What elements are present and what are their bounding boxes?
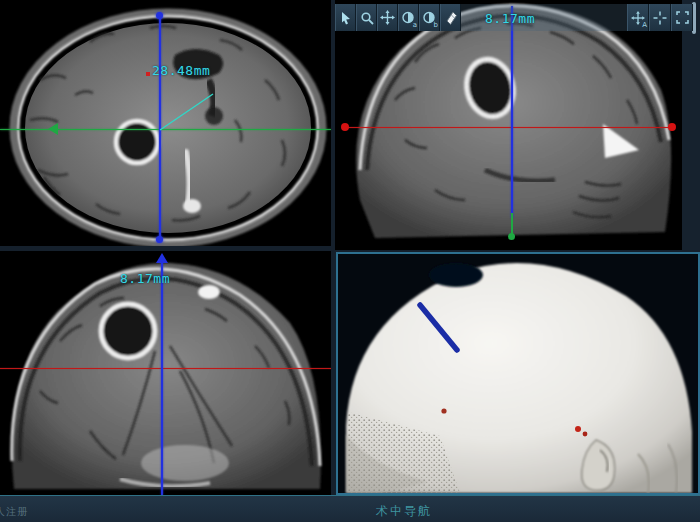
right-edge-panel xyxy=(682,0,700,250)
status-title: 术中导航 xyxy=(376,503,432,520)
eraser-icon xyxy=(442,9,459,26)
toolbar-left-group: a b xyxy=(335,4,461,31)
navigation-app: 28.48mm xyxy=(0,0,700,522)
auto-pan-button[interactable]: A xyxy=(627,4,649,31)
contrast-a-button[interactable]: a xyxy=(398,4,419,31)
axial-view[interactable]: 28.48mm xyxy=(0,0,331,246)
cursor-icon xyxy=(339,11,353,25)
fullscreen-button[interactable] xyxy=(671,4,693,31)
sagittal-view[interactable]: 8.17mm xyxy=(335,0,682,250)
fiducial-marker xyxy=(575,426,581,432)
contrast-a-label: a xyxy=(413,22,417,29)
fiducial-marker xyxy=(441,408,446,413)
axial-measure-endpoint[interactable] xyxy=(146,72,150,76)
eraser-tool-button[interactable] xyxy=(440,4,461,31)
render-3d-view[interactable] xyxy=(336,252,700,495)
zoom-tool-button[interactable] xyxy=(356,4,377,31)
toolbar-right-group: A xyxy=(627,4,693,31)
coronal-mri-image xyxy=(0,251,331,495)
auto-pan-label: A xyxy=(642,22,647,29)
fullscreen-icon xyxy=(676,11,689,24)
cursor-tool-button[interactable] xyxy=(335,4,356,31)
center-crosshair-button[interactable] xyxy=(649,4,671,31)
fiducial-marker xyxy=(583,432,588,437)
contrast-b-label: b xyxy=(434,22,438,29)
crosshair-icon xyxy=(653,11,667,25)
axial-measurement-line xyxy=(0,0,331,246)
pan-icon xyxy=(380,10,395,25)
skull-3d-render xyxy=(338,254,698,493)
status-bar: 人注册 术中导航 xyxy=(0,495,700,522)
coronal-view[interactable]: 8.17mm xyxy=(0,251,331,495)
contrast-b-button[interactable]: b xyxy=(419,4,440,31)
zoom-icon xyxy=(360,11,374,25)
sagittal-mri-image xyxy=(335,0,682,250)
status-left-text[interactable]: 人注册 xyxy=(0,505,28,519)
pan-tool-button[interactable] xyxy=(377,4,398,31)
